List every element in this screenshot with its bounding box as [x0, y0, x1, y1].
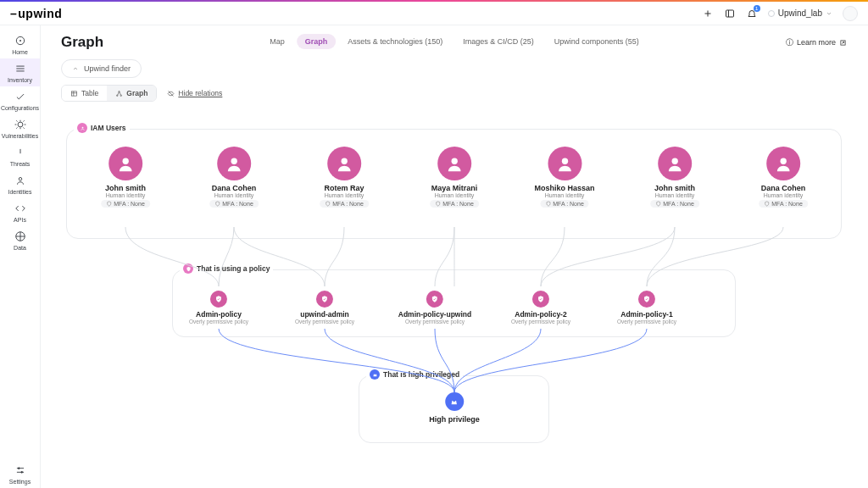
tab-images[interactable]: Images & CI/CD (25)	[454, 34, 542, 49]
user-node[interactable]: Rotem RayHuman identityMFA : None	[320, 147, 369, 208]
sidebar-item-threats[interactable]: Threats	[0, 142, 40, 170]
view-table-button[interactable]: Table	[62, 86, 107, 101]
user-name: Dana Cohen	[212, 184, 257, 192]
sidebar-item-label: Vulnerabilities	[2, 133, 38, 139]
mfa-chip: MFA : None	[209, 200, 259, 208]
user-node[interactable]: Moshiko HassanHuman identityMFA : None	[534, 147, 594, 208]
user-name: John smith	[105, 184, 146, 192]
svg-point-14	[122, 158, 128, 164]
user-sub: Human identity	[325, 192, 364, 198]
svg-point-20	[780, 158, 786, 164]
policy-name: Admin-policy-1	[620, 310, 672, 319]
svg-point-4	[19, 178, 22, 181]
sidebar-item-label: Identities	[8, 189, 31, 195]
plus-icon[interactable]	[702, 8, 714, 19]
policy-name: Admin-policy-2	[515, 310, 566, 319]
policy-sub: Overly permissive policy	[405, 319, 465, 324]
user-node[interactable]: John smithHuman identityMFA : None	[650, 147, 699, 208]
svg-point-18	[561, 158, 567, 164]
header: upwind 1 Upwind_lab	[0, 2, 868, 25]
identity-icon	[14, 174, 27, 187]
policy-name: Admin-policy	[196, 310, 242, 319]
learn-more-button[interactable]: Learn more	[785, 36, 848, 49]
sidebar-item-label: Data	[14, 245, 26, 251]
sidebar-item-home[interactable]: Home	[0, 30, 40, 58]
tab-assets[interactable]: Assets & technologies (150)	[339, 34, 451, 49]
policy-name: upwind-admin	[300, 310, 349, 319]
policy-node[interactable]: Admin-policyOverly permissive policy	[189, 291, 248, 324]
user-name: Maya Mitrani	[431, 184, 478, 192]
user-sub: Human identity	[435, 192, 475, 198]
user-node[interactable]: John smithHuman identityMFA : None	[101, 147, 150, 208]
graph-canvas[interactable]: IAM Users That is using a policy That is…	[41, 108, 868, 464]
mfa-chip: MFA : None	[101, 200, 150, 208]
svg-point-3	[18, 122, 23, 127]
notification-badge: 1	[754, 5, 760, 12]
person-icon	[766, 147, 800, 180]
user-node[interactable]: Dana CohenHuman identityMFA : None	[759, 147, 808, 208]
settings-icon	[14, 463, 27, 477]
sidebar-item-label: Home	[12, 49, 28, 55]
shield-icon	[316, 291, 333, 308]
user-sub: Human identity	[214, 192, 254, 198]
header-right: 1 Upwind_lab	[702, 6, 858, 21]
policy-sub: Overly permissive policy	[617, 319, 676, 324]
policy-sub: Overly permissive policy	[189, 319, 248, 324]
table-icon	[70, 90, 78, 97]
svg-point-6	[18, 468, 19, 469]
privilege-title: High privilege	[429, 415, 480, 424]
tab-components[interactable]: Upwind components (55)	[546, 34, 648, 49]
workspace-selector[interactable]: Upwind_lab	[768, 8, 832, 18]
user-name: John smith	[654, 184, 695, 192]
policy-node[interactable]: Admin-policy-1Overly permissive policy	[617, 291, 676, 324]
page-title: Graph	[61, 34, 103, 51]
api-icon	[14, 202, 27, 215]
bell-icon[interactable]: 1	[746, 8, 758, 19]
home-icon	[14, 34, 27, 47]
sidebar-item-label: Threats	[10, 161, 31, 167]
user-node[interactable]: Maya MitraniHuman identityMFA : None	[430, 147, 479, 208]
sidebar-item-inventory[interactable]: Inventory	[0, 58, 40, 86]
logo: upwind	[10, 7, 62, 20]
mfa-chip: MFA : None	[430, 200, 479, 208]
svg-point-12	[120, 95, 122, 97]
bug-icon	[14, 118, 27, 131]
view-segmented: Table Graph	[61, 85, 157, 102]
policy-sub: Overly permissive policy	[295, 319, 354, 324]
user-sub: Human identity	[655, 192, 695, 198]
avatar[interactable]	[843, 6, 858, 21]
upwind-finder-button[interactable]: Upwind finder	[61, 59, 142, 78]
chevron-up-icon	[72, 65, 79, 72]
alert-icon	[14, 146, 27, 159]
panel-icon[interactable]	[724, 8, 736, 19]
tab-map[interactable]: Map	[261, 34, 293, 49]
sidebar-item-data[interactable]: Data	[0, 226, 40, 254]
shield-icon	[426, 291, 443, 308]
shield-icon	[210, 291, 227, 308]
sidebar-item-configurations[interactable]: Configurations	[0, 86, 40, 114]
policy-node[interactable]: Admin-policy-2Overly permissive policy	[511, 291, 570, 324]
user-node[interactable]: Dana CohenHuman identityMFA : None	[209, 147, 259, 208]
tab-graph[interactable]: Graph	[297, 34, 337, 49]
user-sub: Human identity	[106, 192, 146, 198]
person-icon	[548, 147, 581, 180]
svg-point-19	[671, 158, 677, 164]
sidebar-item-settings[interactable]: Settings	[0, 460, 40, 488]
privilege-node[interactable]: High privilege	[429, 392, 480, 424]
person-icon	[217, 147, 251, 180]
hide-relations-button[interactable]: Hide relations	[167, 89, 222, 97]
sidebar-item-apis[interactable]: APIs	[0, 198, 40, 226]
check-icon	[14, 90, 27, 103]
sidebar-item-label: Inventory	[8, 77, 32, 83]
workspace-name: Upwind_lab	[778, 8, 822, 18]
view-graph-button[interactable]: Graph	[107, 86, 156, 101]
sidebar-item-vulnerabilities[interactable]: Vulnerabilities	[0, 114, 40, 142]
policy-node[interactable]: Admin-policy-upwindOverly permissive pol…	[398, 291, 471, 324]
svg-rect-0	[726, 10, 733, 17]
sidebar-item-identities[interactable]: Identities	[0, 170, 40, 198]
user-sub: Human identity	[764, 192, 804, 198]
policy-node[interactable]: upwind-adminOverly permissive policy	[295, 291, 354, 324]
main: Graph Learn more Map Graph Assets & tech…	[41, 25, 868, 488]
person-icon	[327, 147, 361, 180]
policy-sub: Overly permissive policy	[511, 319, 570, 324]
